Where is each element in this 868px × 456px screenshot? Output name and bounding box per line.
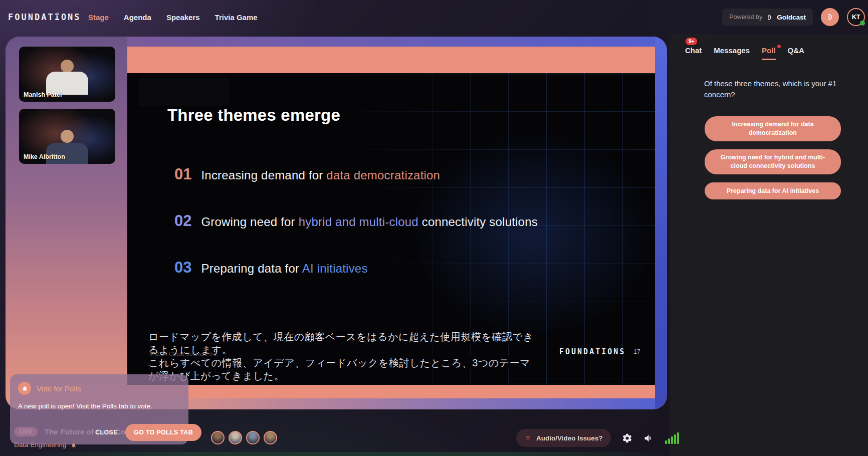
slide-glow bbox=[412, 131, 655, 335]
poll-option-button[interactable]: Increasing demand for data democratizati… bbox=[705, 116, 841, 141]
speaker-silhouette bbox=[61, 130, 74, 143]
slide-theme-item: 03 Preparing data for AI initiatives bbox=[174, 259, 368, 277]
nav-tab-trivia-game[interactable]: Trivia Game bbox=[215, 13, 258, 22]
slide-theme-item: 02 Growing need for hybrid and multi-clo… bbox=[174, 212, 538, 230]
stage-frame-top bbox=[127, 37, 655, 47]
speaker-silhouette bbox=[61, 60, 74, 73]
stage-container: Manish Patel Mike Albritton Three themes… bbox=[6, 37, 667, 409]
go-to-polls-tab-button[interactable]: GO TO POLLS TAB bbox=[125, 424, 201, 441]
poll-option-button[interactable]: Preparing data for AI initiatives bbox=[705, 182, 841, 199]
event-logo[interactable]: FOUNDATIONS bbox=[8, 12, 81, 22]
theme-text: Growing need for hybrid and multi-cloud … bbox=[201, 215, 537, 229]
bottom-edge-tint bbox=[0, 452, 670, 456]
nav-tab-speakers[interactable]: Speakers bbox=[166, 13, 200, 22]
speaker-avatar[interactable] bbox=[246, 431, 260, 444]
speaker-name-label: Mike Albritton bbox=[24, 153, 65, 160]
toast-close-button[interactable]: CLOSE bbox=[92, 426, 121, 439]
theme-text: Increasing demand for data democratizati… bbox=[201, 168, 440, 182]
toast-title: Vote for Polls bbox=[37, 384, 81, 393]
theme-number: 01 bbox=[174, 165, 191, 183]
poll-question: Of these three themes, which is your #1 … bbox=[704, 78, 849, 100]
tab-qa[interactable]: Q&A bbox=[788, 46, 804, 57]
speaker-avatar[interactable] bbox=[229, 431, 242, 444]
caption-line: これらすべての情報、アイデア、フィードバックを検討したところ、3つのテーマ bbox=[147, 356, 533, 369]
stage-frame-right bbox=[655, 37, 667, 409]
player-controls: Audio/Video Issues? bbox=[516, 429, 679, 447]
goldcast-button[interactable] bbox=[821, 8, 839, 26]
slide-title: Three themes emerge bbox=[167, 106, 340, 125]
powered-by-label: Powered by bbox=[729, 14, 762, 21]
header-right: Powered by Goldcast KT bbox=[722, 0, 865, 34]
toast-message: A new poll is open! Visit the Polls tab … bbox=[10, 395, 188, 410]
volume-icon[interactable] bbox=[643, 433, 654, 443]
slide-footer: FOUNDATIONS 17 bbox=[559, 347, 640, 356]
speaker-name-label: Manish Patel bbox=[24, 91, 62, 98]
speaker-video-tile[interactable]: Manish Patel bbox=[19, 47, 115, 102]
poll-options: Increasing demand for data democratizati… bbox=[705, 116, 841, 199]
powered-by-badge: Powered by Goldcast bbox=[722, 9, 813, 26]
connection-signal-icon bbox=[665, 432, 679, 444]
wifi-issue-icon bbox=[524, 434, 532, 442]
copyright-watermark: © 2024 CData Software Inc. bbox=[149, 351, 218, 357]
goldcast-brand-label: Goldcast bbox=[777, 14, 806, 21]
nav-tab-stage[interactable]: Stage bbox=[88, 13, 109, 22]
online-status-dot bbox=[860, 21, 865, 26]
tab-messages[interactable]: Messages bbox=[714, 46, 750, 57]
goldcast-logo-icon bbox=[766, 14, 773, 21]
slide-footer-logo: FOUNDATIONS bbox=[559, 347, 625, 356]
slide-theme-item: 01 Increasing demand for data democratiz… bbox=[174, 165, 440, 183]
poll-notification-toast: Vote for Polls A new poll is open! Visit… bbox=[10, 374, 188, 444]
speaker-avatar-row bbox=[211, 431, 277, 444]
main-nav: Stage Agenda Speakers Trivia Game bbox=[88, 0, 258, 34]
slide-ghost-overlay bbox=[139, 78, 229, 106]
avatar-initials: KT bbox=[852, 14, 860, 21]
speaker-avatar[interactable] bbox=[264, 431, 277, 444]
presentation-slide: Three themes emerge 01 Increasing demand… bbox=[127, 47, 655, 398]
notification-bell-icon bbox=[18, 382, 31, 395]
settings-gear-icon[interactable] bbox=[622, 433, 632, 443]
tab-poll[interactable]: Poll bbox=[762, 46, 776, 57]
top-nav: FOUNDATIONS Stage Agenda Speakers Trivia… bbox=[0, 0, 868, 34]
poll-option-button[interactable]: Growing need for hybrid and multi-cloud … bbox=[705, 149, 841, 174]
stage-frame-bottom bbox=[127, 398, 655, 409]
slide-top-bar bbox=[127, 47, 655, 73]
user-avatar[interactable]: KT bbox=[847, 8, 865, 26]
panel-tabs: 9+ Chat Messages Poll Q&A bbox=[685, 46, 804, 57]
slide-bottom-bar bbox=[127, 385, 655, 398]
audio-video-issues-label: Audio/Video Issues? bbox=[536, 434, 603, 442]
poll-new-dot bbox=[777, 45, 781, 48]
slide-page-number: 17 bbox=[633, 348, 640, 355]
speaker-video-tile[interactable]: Mike Albritton bbox=[19, 109, 115, 164]
audio-video-issues-button[interactable]: Audio/Video Issues? bbox=[516, 429, 611, 447]
speaker-avatar[interactable] bbox=[211, 431, 225, 444]
nav-tab-agenda[interactable]: Agenda bbox=[124, 13, 151, 22]
theme-number: 03 bbox=[174, 259, 191, 277]
tab-chat[interactable]: 9+ Chat bbox=[685, 46, 702, 57]
theme-number: 02 bbox=[174, 212, 191, 230]
chat-unread-badge: 9+ bbox=[686, 38, 697, 45]
caption-line: ロードマップを作成して、現在の顧客ベースをはるかに超えた使用規模を確認でき bbox=[147, 330, 536, 343]
engagement-panel: 9+ Chat Messages Poll Q&A Of these three… bbox=[670, 34, 868, 456]
theme-text: Preparing data for AI initiatives bbox=[201, 262, 367, 276]
